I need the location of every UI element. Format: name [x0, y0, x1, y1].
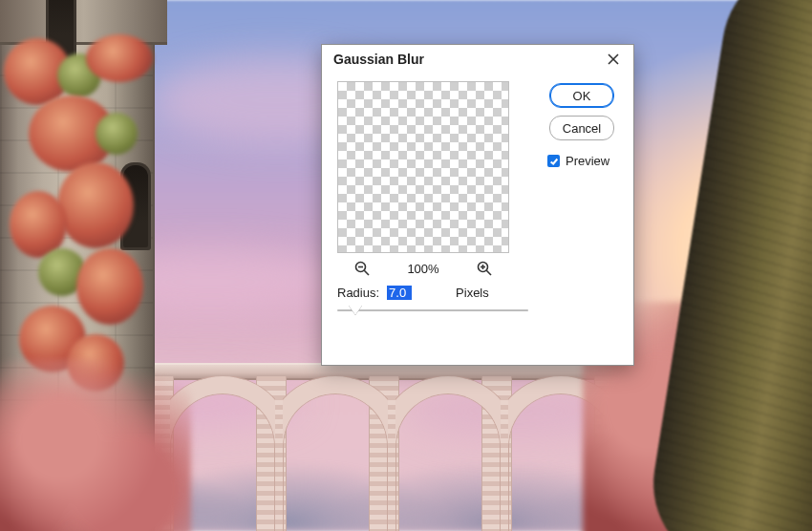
svg-line-6 [486, 270, 491, 275]
aqueduct-arch [283, 376, 388, 531]
aqueduct-arch [395, 376, 501, 531]
radius-row: Radius: 7.0 Pixels [337, 286, 618, 300]
ivy [57, 162, 134, 248]
radius-input[interactable]: 7.0 [387, 286, 412, 300]
zoom-in-icon [477, 261, 492, 276]
zoom-controls: 100% [337, 261, 509, 276]
zoom-percent: 100% [402, 262, 444, 276]
zoom-out-button[interactable] [354, 261, 370, 276]
ivy [86, 34, 153, 82]
slider-track [337, 309, 528, 311]
zoom-out-icon [354, 261, 370, 276]
dialog-body: 100% Radius: 7.0 Pixels [322, 74, 633, 336]
radius-slider[interactable] [337, 306, 528, 323]
ivy [96, 113, 138, 155]
gaussian-blur-dialog: Gaussian Blur OK Cancel Preview [321, 44, 634, 366]
svg-line-3 [364, 270, 369, 275]
radius-label: Radius: [337, 286, 379, 300]
dialog-titlebar[interactable]: Gaussian Blur [322, 45, 633, 74]
castle-tower-cornice [0, 0, 167, 45]
radius-unit: Pixels [456, 286, 489, 300]
photoshop-canvas: Gaussian Blur OK Cancel Preview [0, 0, 812, 531]
close-button[interactable] [601, 47, 626, 72]
slider-thumb-icon[interactable] [349, 306, 362, 315]
close-icon [608, 53, 619, 65]
tree-foliage [0, 359, 191, 531]
filter-preview[interactable] [337, 81, 509, 253]
zoom-in-button[interactable] [477, 261, 492, 276]
dialog-title: Gaussian Blur [333, 52, 424, 67]
ivy [76, 248, 143, 325]
